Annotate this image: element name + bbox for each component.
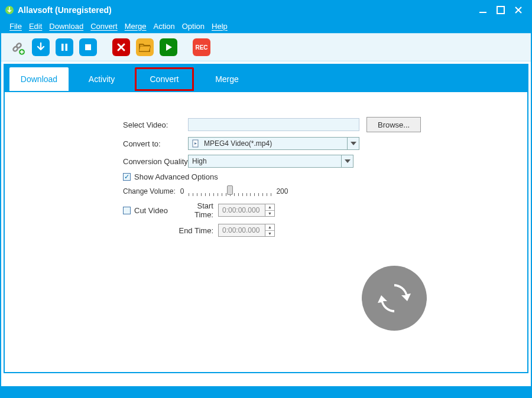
convert-action-button[interactable] — [362, 266, 427, 331]
tab-download[interactable]: Download — [9, 67, 69, 91]
end-time-label: End Time: — [177, 226, 218, 235]
dropdown-caret-icon — [347, 138, 359, 149]
tab-convert-label: Convert — [150, 74, 179, 84]
close-button[interactable] — [510, 4, 527, 16]
quality-value: High — [192, 157, 207, 165]
paste-url-button[interactable] — [8, 38, 26, 56]
svg-rect-7 — [66, 44, 68, 51]
svg-rect-6 — [61, 44, 64, 51]
end-time-spinner[interactable]: ▲▼ — [265, 224, 275, 237]
menu-download[interactable]: Download — [49, 22, 83, 31]
tab-activity-label: Activity — [89, 74, 115, 84]
select-video-label: Select Video: — [123, 120, 188, 129]
select-video-field[interactable] — [188, 118, 359, 131]
tab-convert[interactable]: Convert — [135, 67, 194, 91]
svg-rect-2 — [497, 6, 504, 14]
refresh-arrows-icon — [377, 280, 412, 316]
convert-to-value: MPEG4 Video(*.mp4) — [204, 139, 272, 148]
tab-content: Select Video: Browse... Convert to: MP — [4, 91, 528, 373]
tab-download-label: Download — [21, 74, 57, 84]
menu-bar: File Edit Download Convert Merge Action … — [1, 19, 531, 33]
advanced-checkbox[interactable]: ✓ — [123, 173, 131, 181]
menu-help[interactable]: Help — [212, 22, 228, 31]
menu-convert[interactable]: Convert — [90, 22, 118, 31]
browse-button[interactable]: Browse... — [366, 117, 421, 132]
convert-to-combo[interactable]: MPEG4 Video(*.mp4) — [188, 137, 359, 150]
status-bar — [1, 386, 531, 397]
menu-edit[interactable]: Edit — [29, 22, 42, 31]
cut-video-checkbox[interactable]: ✓ — [123, 207, 131, 214]
maximize-button[interactable] — [492, 4, 510, 16]
slider-thumb-icon[interactable] — [227, 185, 233, 195]
svg-rect-1 — [479, 12, 486, 13]
convert-form: Select Video: Browse... Convert to: MP — [123, 117, 454, 242]
end-time-value: 0:00:00.000 — [222, 226, 259, 234]
start-time-value: 0:00:00.000 — [222, 206, 259, 214]
record-button[interactable]: REC — [193, 38, 210, 56]
svg-rect-4 — [16, 43, 22, 48]
start-time-spinner[interactable]: ▲▼ — [265, 204, 275, 217]
minimize-button[interactable] — [474, 4, 492, 16]
menu-merge[interactable]: Merge — [125, 22, 147, 31]
open-folder-button[interactable] — [136, 38, 154, 56]
change-volume-label: Change Volume: — [123, 187, 176, 195]
video-file-icon — [192, 139, 200, 148]
start-time-label: Start Time: — [177, 201, 218, 219]
download-button[interactable] — [32, 38, 50, 56]
svg-rect-8 — [85, 44, 91, 50]
advanced-label: Show Advanced Options — [134, 172, 218, 181]
delete-button[interactable] — [112, 38, 130, 56]
stop-button[interactable] — [79, 38, 97, 56]
volume-slider[interactable] — [189, 186, 271, 197]
convert-to-label: Convert to: — [123, 139, 188, 148]
tab-activity[interactable]: Activity — [72, 67, 131, 91]
volume-max-label: 200 — [276, 187, 288, 195]
quality-label: Conversion Quality: — [123, 157, 194, 166]
app-logo-icon — [5, 5, 14, 15]
end-time-field[interactable]: 0:00:00.000 — [218, 224, 265, 237]
volume-min-label: 0 — [180, 187, 184, 195]
menu-file[interactable]: File — [9, 22, 22, 31]
pause-button[interactable] — [56, 38, 73, 56]
toolbar: REC — [1, 33, 531, 61]
title-bar: Allavsoft (Unregistered) — [1, 1, 531, 19]
record-label: REC — [195, 44, 207, 51]
cut-video-label: Cut Video — [134, 206, 177, 215]
tab-merge-label: Merge — [215, 74, 239, 84]
window-title: Allavsoft (Unregistered) — [18, 5, 112, 15]
content-area: Download Activity Convert Merge Select V… — [1, 61, 531, 386]
menu-option[interactable]: Option — [182, 22, 205, 31]
dropdown-caret-icon — [341, 155, 353, 167]
app-window: Allavsoft (Unregistered) File Edit Downl… — [0, 0, 532, 398]
tab-strip: Download Activity Convert Merge — [4, 64, 528, 91]
tab-merge[interactable]: Merge — [197, 67, 257, 91]
quality-combo[interactable]: High — [188, 155, 353, 168]
start-time-field[interactable]: 0:00:00.000 — [218, 204, 265, 217]
play-button[interactable] — [160, 38, 177, 56]
menu-action[interactable]: Action — [154, 22, 175, 31]
browse-button-label: Browse... — [378, 120, 410, 129]
